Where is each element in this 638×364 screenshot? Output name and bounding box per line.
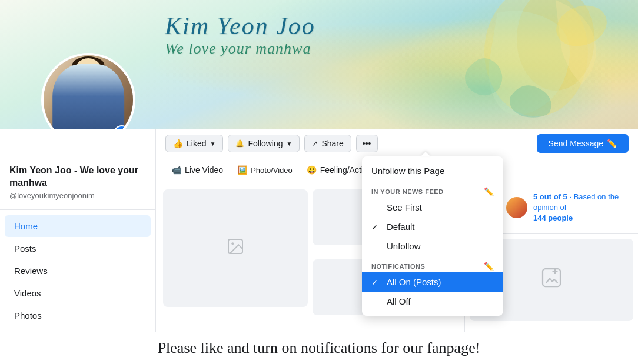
sidebar-item-posts[interactable]: Posts bbox=[5, 238, 151, 259]
image-icon bbox=[226, 237, 245, 259]
cover-title-area: Kim Yeon Joo We love your manhwa bbox=[165, 12, 315, 58]
sidebar-item-photos[interactable]: Photos bbox=[5, 305, 151, 326]
following-icon: 🔔 bbox=[235, 139, 244, 148]
liked-button[interactable]: 👍 Liked ▼ bbox=[165, 135, 223, 152]
action-bar: 👍 Liked ▼ 🔔 Following ▼ ↗ Share ••• bbox=[156, 129, 638, 158]
dropdown-arrow bbox=[421, 152, 430, 156]
cover-title-main: Kim Yeon Joo bbox=[165, 12, 315, 40]
send-message-button[interactable]: Send Message ✏️ bbox=[537, 134, 629, 153]
more-icon: ••• bbox=[363, 139, 371, 148]
unfollow-option[interactable]: Unfollow bbox=[362, 236, 503, 256]
edit-news-feed-icon[interactable]: ✏️ bbox=[484, 187, 494, 196]
default-option[interactable]: ✓ Default bbox=[362, 217, 503, 236]
share-icon: ↗ bbox=[312, 139, 318, 148]
nav-menu: Home Posts Reviews Videos Photos About bbox=[0, 210, 155, 332]
live-icon: 📹 bbox=[171, 165, 181, 175]
bottom-call-to-action: Please like and turn on notifications fo… bbox=[0, 332, 638, 364]
see-first-option[interactable]: See First bbox=[362, 198, 503, 217]
all-on-posts-option[interactable]: ✓ All On (Posts) bbox=[362, 272, 503, 292]
rating-text: 5 out of 5 · Based on the opinion of 144… bbox=[533, 192, 629, 224]
notifications-section-label: NOTIFICATIONS ✏️ bbox=[362, 258, 503, 272]
photo-video-icon: 🖼️ bbox=[237, 165, 247, 175]
page-info: Kim Yeon Joo - We love your manhwa @love… bbox=[0, 159, 155, 210]
live-video-button[interactable]: 📹 Live Video bbox=[165, 162, 229, 178]
following-chevron-icon: ▼ bbox=[287, 141, 293, 147]
photo-placeholder-tall bbox=[163, 189, 308, 307]
feeling-icon: 😀 bbox=[307, 165, 317, 175]
cover-photo: Kim Yeon Joo We love your manhwa + bbox=[0, 0, 638, 129]
sidebar-item-home[interactable]: Home bbox=[5, 215, 151, 237]
content-area: 👍 Liked ▼ 🔔 Following ▼ ↗ Share ••• bbox=[156, 129, 638, 332]
thumbs-up-icon: 👍 bbox=[173, 139, 183, 148]
sidebar-item-about[interactable]: About bbox=[5, 327, 151, 332]
sidebar-item-reviews[interactable]: Reviews bbox=[5, 260, 151, 282]
sidebar: Kim Yeon Joo - We love your manhwa @love… bbox=[0, 129, 156, 332]
unfollow-page-option[interactable]: Unfollow this Page bbox=[362, 161, 503, 181]
following-button[interactable]: 🔔 Following ▼ bbox=[228, 135, 300, 152]
page-name: Kim Yeon Joo - We love your manhwa bbox=[9, 165, 146, 189]
main-content: Kim Yeon Joo - We love your manhwa @love… bbox=[0, 129, 638, 332]
right-panel-photo-icon bbox=[541, 267, 562, 292]
page-handle: @loveyoukimyeonjoonim bbox=[9, 191, 146, 200]
default-check: ✓ bbox=[371, 222, 381, 232]
more-button[interactable]: ••• bbox=[356, 135, 378, 152]
liked-chevron-icon: ▼ bbox=[210, 141, 215, 147]
pencil-icon: ✏️ bbox=[607, 139, 617, 148]
profile-avatar: + bbox=[41, 53, 135, 129]
rating-avatar bbox=[506, 197, 527, 218]
edit-notifications-icon[interactable]: ✏️ bbox=[484, 262, 494, 271]
following-dropdown: Unfollow this Page IN YOUR NEWS FEED ✏️ … bbox=[362, 156, 503, 316]
share-button[interactable]: ↗ Share bbox=[304, 135, 351, 152]
notifications-section: NOTIFICATIONS ✏️ ✓ All On (Posts) All Of… bbox=[362, 258, 503, 311]
cover-title-sub: We love your manhwa bbox=[165, 40, 315, 58]
photo-video-button[interactable]: 🖼️ Photo/Video bbox=[231, 162, 298, 178]
all-on-check: ✓ bbox=[371, 278, 381, 287]
all-off-option[interactable]: All Off bbox=[362, 292, 503, 311]
sidebar-item-videos[interactable]: Videos bbox=[5, 282, 151, 304]
svg-point-4 bbox=[231, 242, 234, 245]
news-feed-section-label: IN YOUR NEWS FEED ✏️ bbox=[362, 183, 503, 198]
